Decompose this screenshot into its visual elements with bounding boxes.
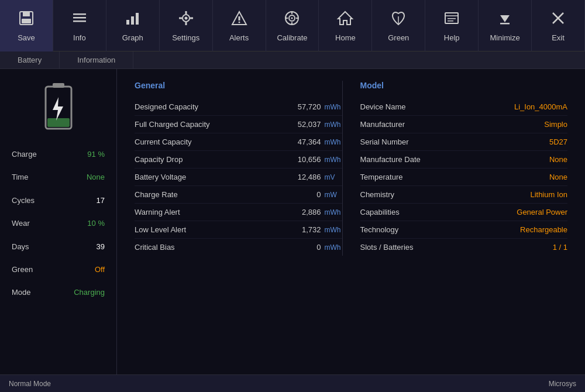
info-key: Charge Rate: [135, 190, 178, 199]
svg-rect-32: [500, 23, 510, 25]
svg-rect-5: [73, 20, 86, 22]
info-unit: mV: [325, 173, 342, 181]
info-number: 47,364: [298, 137, 321, 146]
svg-rect-4: [73, 17, 86, 19]
status-right: Microsys: [549, 380, 576, 388]
info-key: Warning Alert: [135, 208, 180, 216]
graph-icon: [124, 9, 142, 30]
toolbar: Save Info Graph Settings Alerts: [0, 0, 585, 51]
cycles-value: 17: [97, 194, 105, 207]
info-panel: General Designed Capacity57,720mWhFull C…: [117, 69, 585, 374]
svg-rect-2: [22, 19, 31, 23]
svg-marker-25: [338, 12, 352, 25]
toolbar-btn-calibrate[interactable]: Calibrate: [266, 0, 319, 51]
toolbar-btn-exit[interactable]: Exit: [532, 0, 585, 51]
toolbar-btn-alerts[interactable]: Alerts: [213, 0, 266, 51]
svg-marker-38: [53, 97, 63, 121]
info-value: None: [549, 173, 567, 181]
green-icon: [390, 9, 407, 30]
green-value: Off: [95, 263, 105, 276]
info-unit: mWh: [325, 243, 342, 252]
info-value: None: [549, 155, 567, 164]
svg-rect-6: [126, 20, 129, 25]
info-number: 10,656: [298, 155, 321, 164]
svg-rect-13: [179, 17, 182, 19]
svg-rect-37: [47, 118, 70, 127]
time-value: None: [87, 170, 105, 184]
svg-rect-1: [23, 12, 30, 16]
info-number: 0: [316, 243, 321, 252]
info-key: Low Level Alert: [135, 225, 186, 234]
general-rows: Designed Capacity57,720mWhFull Charged C…: [135, 98, 342, 256]
info-value-wrap: 1,732mWh: [302, 225, 342, 234]
charge-value: 91 %: [87, 147, 105, 161]
info-key: Current Capacity: [135, 137, 192, 146]
info-key: Critical Bias: [135, 243, 175, 252]
sidebar-green-row: Green Off: [0, 263, 116, 276]
info-number: 1,732: [302, 225, 321, 234]
svg-rect-12: [185, 22, 187, 25]
info-key: Full Charged Capacity: [135, 120, 210, 129]
toolbar-btn-info[interactable]: Info: [53, 0, 106, 51]
settings-label: Settings: [172, 33, 199, 42]
svg-point-20: [291, 17, 293, 19]
table-row: Charge Rate0mW: [135, 186, 342, 204]
table-row: Manufacture DateNone: [360, 151, 568, 169]
general-column: General Designed Capacity57,720mWhFull C…: [135, 81, 342, 256]
charge-label: Charge: [12, 147, 37, 161]
svg-rect-11: [185, 11, 187, 14]
table-row: Device NameLi_Ion_4000mA: [360, 98, 568, 116]
save-icon: [18, 9, 35, 30]
toolbar-btn-home[interactable]: Home: [319, 0, 372, 51]
info-unit: mWh: [325, 138, 342, 146]
info-unit: mWh: [325, 103, 342, 111]
toolbar-btn-settings[interactable]: Settings: [160, 0, 213, 51]
info-key: Device Name: [360, 102, 406, 111]
info-number: 57,720: [298, 102, 321, 111]
toolbar-btn-save[interactable]: Save: [0, 0, 53, 51]
table-row: Low Level Alert1,732mWh: [135, 221, 342, 239]
table-row: TechnologyRechargeable: [360, 221, 568, 239]
table-row: Battery Voltage12,486mV: [135, 169, 342, 186]
toolbar-btn-green[interactable]: Green: [372, 0, 425, 51]
info-unit: mW: [325, 191, 342, 199]
table-row: Serial Number5D27: [360, 133, 568, 151]
info-number: 52,037: [298, 120, 321, 129]
table-row: Warning Alert2,886mWh: [135, 204, 342, 221]
info-columns: General Designed Capacity57,720mWhFull C…: [135, 81, 567, 256]
info-key: Battery Voltage: [135, 173, 186, 181]
info-key: Designed Capacity: [135, 102, 198, 111]
info-value: Li_Ion_4000mA: [514, 102, 567, 111]
info-icon: [71, 9, 88, 30]
svg-point-10: [184, 16, 187, 19]
info-value-wrap: 57,720mWh: [298, 102, 342, 111]
svg-point-17: [238, 21, 240, 23]
toolbar-btn-minimize[interactable]: Minimize: [479, 0, 532, 51]
time-label: Time: [12, 170, 28, 184]
days-value: 39: [97, 240, 105, 253]
info-label: Info: [73, 33, 86, 42]
mode-label: Mode: [12, 286, 31, 299]
model-title: Model: [360, 81, 568, 90]
svg-rect-16: [238, 16, 240, 20]
info-value: Lithium Ion: [530, 190, 567, 199]
info-value-wrap: 12,486mV: [298, 173, 342, 181]
alerts-icon: [230, 9, 248, 30]
model-rows: Device NameLi_Ion_4000mAManufacturerSimp…: [360, 98, 568, 256]
toolbar-btn-help[interactable]: Help: [425, 0, 479, 51]
main-content: Charge 91 % Time None Cycles 17 Wear 10 …: [0, 69, 585, 374]
sidebar: Charge 91 % Time None Cycles 17 Wear 10 …: [0, 69, 117, 374]
info-unit: mWh: [325, 121, 342, 129]
save-label: Save: [18, 33, 35, 42]
info-number: 0: [316, 190, 321, 199]
info-key: Serial Number: [360, 137, 409, 146]
table-row: Full Charged Capacity52,037mWh: [135, 116, 342, 133]
alerts-label: Alerts: [229, 33, 249, 42]
sidebar-wear-row: Wear 10 %: [0, 216, 116, 230]
wear-value: 10 %: [87, 216, 105, 230]
toolbar-btn-graph[interactable]: Graph: [106, 0, 160, 51]
svg-rect-14: [190, 17, 193, 19]
table-row: ChemistryLithium Ion: [360, 186, 568, 204]
info-value: Rechargeable: [520, 225, 567, 234]
home-icon: [336, 9, 354, 30]
